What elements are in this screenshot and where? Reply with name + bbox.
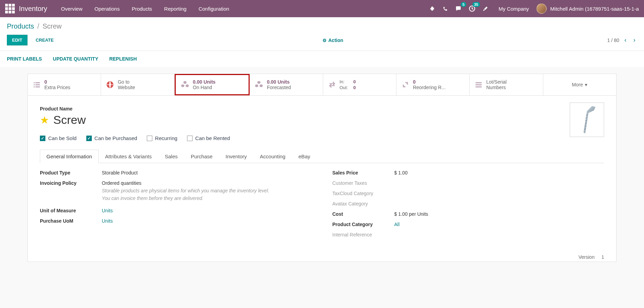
stat-in-out[interactable]: In:0 Out:0 [323,74,396,95]
action-dropdown[interactable]: Action [323,38,343,43]
product-tabs: General Information Attributes & Variant… [40,150,604,163]
nav-configuration[interactable]: Configuration [198,6,229,12]
check-can-be-sold[interactable]: ✓Can be Sold [40,135,77,141]
product-form: 0Extra Prices Go toWebsite 0.00 UnitsOn … [28,74,616,262]
action-buttons: PRINT LABELS UPDATE QUANTITY REPLENISH [0,51,644,67]
tab-accounting[interactable]: Accounting [253,150,292,163]
edit-button[interactable]: EDIT [7,35,28,45]
refresh-icon [401,81,410,89]
cubes-icon [181,80,189,89]
tab-purchase[interactable]: Purchase [184,150,219,163]
user-menu[interactable]: Mitchell Admin (16789751-saas-15-1-a [536,3,639,14]
label-purchase-uom: Purchase UoM [40,218,102,224]
breadcrumb-current: Screw [43,22,62,30]
label-customer-taxes: Customer Taxes [332,180,394,186]
checkbox-icon: ✓ [40,136,45,141]
transfer-icon [328,81,336,89]
label-taxcloud: TaxCloud Category [332,191,394,196]
nav-overview[interactable]: Overview [61,6,83,12]
stat-reordering[interactable]: 0Reordering R... [396,74,470,95]
app-title[interactable]: Inventory [19,5,47,13]
svg-rect-2 [34,84,35,85]
svg-rect-1 [35,82,40,83]
activities-icon[interactable]: 35 [469,6,475,12]
checkbox-icon [147,136,152,141]
nav-operations[interactable]: Operations [95,6,120,12]
label-invoicing-policy: Invoicing Policy [40,180,102,203]
cubes-icon [254,80,263,89]
product-name: Screw [53,113,86,127]
stat-lots[interactable]: Lot/SerialNumbers [470,74,543,95]
top-nav: Overview Operations Products Reporting C… [61,6,429,12]
stat-extra-prices[interactable]: 0Extra Prices [28,74,101,95]
globe-icon [106,81,114,89]
stat-website[interactable]: Go toWebsite [101,74,174,95]
nav-products[interactable]: Products [132,6,152,12]
tab-ebay[interactable]: eBay [292,150,317,163]
replenish-button[interactable]: REPLENISH [109,56,137,62]
svg-rect-4 [34,86,35,87]
tab-attributes[interactable]: Attributes & Variants [99,150,159,163]
svg-rect-7 [476,82,482,83]
value-uom[interactable]: Units [102,208,312,213]
user-name: Mitchell Admin (16789751-saas-15-1-a [550,6,639,12]
label-uom: Unit of Measure [40,208,102,213]
update-quantity-button[interactable]: UPDATE QUANTITY [53,56,98,62]
product-name-label: Product Name [40,106,604,111]
label-product-category: Product Category [332,222,394,227]
nav-reporting[interactable]: Reporting [164,6,186,12]
label-internal-reference: Internal Reference [332,232,394,237]
topbar-right: 5 35 My Company Mitchell Admin (16789751… [429,3,639,14]
favorite-star[interactable]: ★ [40,114,49,126]
label-avatax: Avatax Category [332,201,394,206]
value-sales-price: $ 1.00 [394,170,604,176]
create-button[interactable]: CREATE [31,35,58,45]
label-sales-price: Sales Price [332,170,394,176]
messages-icon[interactable]: 5 [455,6,461,12]
stat-more[interactable]: More ▾ [543,74,616,95]
tab-inventory[interactable]: Inventory [219,150,253,163]
pager-prev[interactable]: ‹ [623,36,628,44]
tab-sales[interactable]: Sales [158,150,184,163]
messages-badge: 5 [461,2,466,7]
print-labels-button[interactable]: PRINT LABELS [7,56,42,62]
value-cost: $ 1.00 per Units [394,211,604,217]
company-name[interactable]: My Company [499,6,529,12]
apps-icon[interactable] [5,4,15,13]
avatar [536,3,547,14]
list-icon [33,81,41,89]
svg-rect-5 [35,86,40,87]
svg-rect-8 [476,84,482,85]
pager-next[interactable]: › [632,36,637,44]
value-purchase-uom[interactable]: Units [102,218,312,224]
svg-rect-0 [34,82,35,83]
pager: 1 / 80 ‹ › [607,36,637,44]
topbar: Inventory Overview Operations Products R… [0,0,644,17]
breadcrumb-parent[interactable]: Products [7,22,34,30]
chevron-down-icon: ▾ [585,82,587,87]
bars-icon [474,81,483,89]
checkbox-icon [187,136,193,141]
activities-badge: 35 [472,2,480,7]
check-can-be-purchased[interactable]: ✓Can be Purchased [86,135,137,141]
breadcrumb: Products / Screw [0,17,644,33]
tools-icon[interactable] [483,6,488,11]
tab-general[interactable]: General Information [40,150,99,163]
product-checks: ✓Can be Sold ✓Can be Purchased Recurring… [40,135,604,141]
phone-icon[interactable] [443,6,448,11]
stat-on-hand[interactable]: 0.00 UnitsOn Hand [175,74,250,95]
breadcrumb-sep: / [37,22,40,30]
checkbox-icon: ✓ [86,136,92,141]
label-product-type: Product Type [40,170,102,176]
product-image[interactable] [570,103,604,137]
value-product-category[interactable]: All [394,222,604,227]
gear-icon [323,38,327,43]
label-cost: Cost [332,211,394,217]
svg-rect-3 [35,84,40,85]
bug-icon[interactable] [429,6,435,11]
value-invoicing-policy: Ordered quantitiesStorable products are … [102,180,312,203]
check-recurring[interactable]: Recurring [147,135,177,141]
check-can-be-rented[interactable]: Can be Rented [187,135,230,141]
stat-forecasted[interactable]: 0.00 UnitsForecasted [250,74,323,95]
value-product-type: Storable Product [102,170,312,176]
